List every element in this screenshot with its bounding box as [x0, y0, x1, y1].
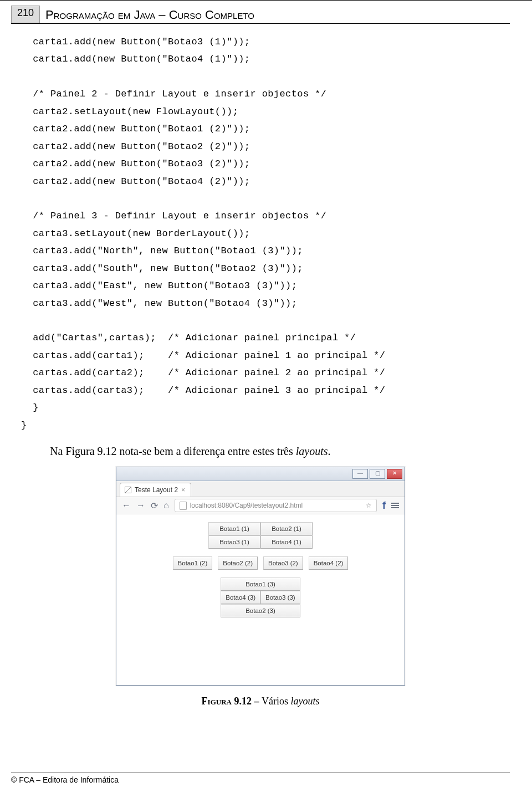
favicon-icon [125, 487, 131, 493]
page-number: 210 [11, 6, 40, 23]
browser-window: — ▢ ✕ Teste Layout 2 × ← → ⟳ ⌂ localhost… [116, 467, 405, 686]
book-title: Programação em Java – Curso Completo [40, 6, 510, 23]
nav-forward-icon[interactable]: → [136, 500, 145, 510]
nav-reload-icon[interactable]: ⟳ [151, 500, 158, 511]
panel3-west-button[interactable]: Botao4 (3) [221, 591, 260, 604]
window-maximize-button[interactable]: ▢ [370, 469, 385, 479]
code-listing: carta1.add(new Button("Botao3 (1)")); ca… [21, 33, 510, 434]
panel1-button[interactable]: Botao4 (1) [260, 535, 313, 549]
url-input[interactable]: localhost:8080/Cap9/testelayout2.html ☆ [175, 499, 377, 512]
para-italic: layouts [296, 445, 328, 457]
browser-tabs: Teste Layout 2 × [116, 481, 405, 497]
facebook-icon[interactable]: f [382, 500, 386, 512]
panel2-button[interactable]: Botao4 (2) [309, 556, 349, 570]
panel1-button[interactable]: Botao3 (1) [208, 535, 260, 549]
panel1-button[interactable]: Botao2 (1) [260, 522, 313, 535]
bookmark-star-icon[interactable]: ☆ [366, 502, 372, 509]
nav-back-icon[interactable]: ← [122, 500, 131, 510]
window-minimize-button[interactable]: — [352, 469, 368, 479]
window-close-button[interactable]: ✕ [387, 469, 402, 479]
panel2-button[interactable]: Botao2 (2) [218, 556, 258, 570]
panel-1-grid: Botao1 (1) Botao2 (1) Botao3 (1) Botao4 … [208, 522, 313, 549]
para-post: . [328, 445, 331, 457]
panel-3-border: Botao1 (3) Botao4 (3) Botao3 (3) Botao2 … [221, 578, 300, 617]
caption-italic: layouts [290, 696, 319, 707]
panel3-north-button[interactable]: Botao1 (3) [221, 578, 300, 591]
menu-icon[interactable] [391, 503, 399, 508]
para-text: Na Figura 9.12 nota-se bem a diferença e… [50, 445, 296, 457]
tab-title: Teste Layout 2 [135, 486, 178, 494]
window-titlebar: — ▢ ✕ [116, 467, 405, 481]
caption-text: Vários [262, 696, 291, 707]
panel1-button[interactable]: Botao1 (1) [208, 522, 260, 535]
figure-caption: Figura 9.12 – Vários layouts [11, 696, 510, 707]
page-footer: © FCA – Editora de Informática [11, 773, 510, 784]
page-header: 210 Programação em Java – Curso Completo [11, 6, 510, 24]
panel3-south-button[interactable]: Botao2 (3) [221, 604, 300, 617]
browser-tab[interactable]: Teste Layout 2 × [120, 483, 191, 497]
tab-close-icon[interactable]: × [181, 486, 185, 494]
page-icon [180, 502, 187, 510]
panel3-east-button[interactable]: Botao3 (3) [260, 591, 300, 604]
panel-2-flow: Botao1 (2) Botao2 (2) Botao3 (2) Botao4 … [173, 556, 349, 570]
body-paragraph: Na Figura 9.12 nota-se bem a diferença e… [50, 445, 510, 458]
caption-label: Figura 9.12 – [202, 696, 262, 707]
panel2-button[interactable]: Botao1 (2) [173, 556, 213, 570]
browser-viewport: Botao1 (1) Botao2 (1) Botao3 (1) Botao4 … [116, 514, 405, 685]
url-text: localhost:8080/Cap9/testelayout2.html [190, 502, 303, 509]
nav-home-icon[interactable]: ⌂ [163, 500, 169, 510]
browser-toolbar: ← → ⟳ ⌂ localhost:8080/Cap9/testelayout2… [116, 497, 405, 514]
panel2-button[interactable]: Botao3 (2) [263, 556, 303, 570]
